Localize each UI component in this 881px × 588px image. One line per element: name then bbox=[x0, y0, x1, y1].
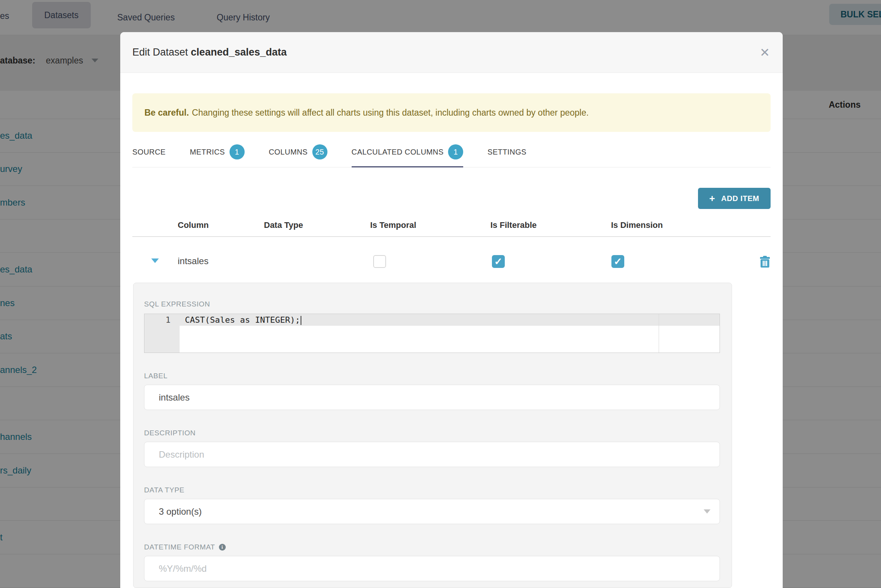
sql-expression-code: CAST(Sales as INTEGER); bbox=[185, 315, 300, 325]
calculated-columns-toolbar: + ADD ITEM bbox=[132, 188, 771, 209]
datetime-format-label-text: DATETIME FORMAT bbox=[144, 543, 215, 551]
warning-banner: Be careful. Changing these settings will… bbox=[132, 93, 771, 132]
tab-label: SETTINGS bbox=[487, 148, 526, 156]
column-name: intsales bbox=[178, 256, 208, 266]
calculated-columns-table-header: Column Data Type Is Temporal Is Filterab… bbox=[132, 209, 771, 237]
label-field-label: LABEL bbox=[144, 372, 719, 380]
label-input[interactable] bbox=[144, 385, 720, 410]
tab-settings[interactable]: SETTINGS bbox=[487, 144, 526, 167]
column-detail-panel: SQL EXPRESSION 1 CAST(Sales as INTEGER);… bbox=[133, 283, 732, 588]
tab-label: COLUMNS bbox=[269, 148, 308, 156]
modal-title-prefix: Edit Dataset bbox=[132, 46, 188, 58]
editor-code-line: CAST(Sales as INTEGER); bbox=[180, 314, 720, 325]
data-type-selected-value: 3 option(s) bbox=[159, 506, 202, 517]
tab-metrics[interactable]: METRICS 1 bbox=[190, 144, 245, 167]
datetime-format-field-label: DATETIME FORMAT i bbox=[144, 543, 719, 551]
editor-line-number: 1 bbox=[144, 314, 180, 353]
label-field: LABEL bbox=[144, 372, 719, 410]
column-header-is-dimension: Is Dimension bbox=[611, 220, 663, 230]
tab-label: CALCULATED COLUMNS bbox=[352, 148, 444, 156]
tab-columns[interactable]: COLUMNS 25 bbox=[269, 144, 327, 167]
collapse-caret-icon[interactable] bbox=[151, 258, 159, 263]
sql-expression-field: SQL EXPRESSION 1 CAST(Sales as INTEGER); bbox=[144, 300, 719, 353]
tab-label: METRICS bbox=[190, 148, 225, 156]
plus-icon: + bbox=[709, 193, 715, 204]
tab-source[interactable]: SOURCE bbox=[132, 144, 166, 167]
modal-tabs: SOURCE METRICS 1 COLUMNS 25 CALCULATED C… bbox=[132, 144, 771, 167]
close-icon[interactable]: ✕ bbox=[760, 32, 770, 73]
text-cursor bbox=[301, 316, 301, 325]
warning-banner-bold: Be careful. bbox=[144, 108, 189, 118]
warning-banner-text: Changing these settings will affect all … bbox=[192, 108, 589, 118]
column-header-data-type: Data Type bbox=[264, 220, 303, 230]
datetime-format-field: DATETIME FORMAT i bbox=[144, 543, 719, 581]
column-header-column: Column bbox=[178, 220, 209, 230]
datetime-format-input[interactable] bbox=[144, 556, 720, 581]
modal-title-dataset-name: cleaned_sales_data bbox=[191, 46, 287, 58]
column-header-is-temporal: Is Temporal bbox=[370, 220, 416, 230]
data-type-field: DATA TYPE 3 option(s) bbox=[144, 486, 719, 524]
is-filterable-checkbox[interactable]: ✓ bbox=[492, 255, 505, 268]
chevron-down-icon bbox=[704, 509, 710, 514]
sql-code-editor[interactable]: 1 CAST(Sales as INTEGER); bbox=[144, 314, 720, 353]
tab-count-badge: 25 bbox=[312, 144, 327, 159]
data-type-select[interactable]: 3 option(s) bbox=[144, 499, 720, 524]
tab-count-badge: 1 bbox=[230, 144, 245, 159]
tab-calculated-columns[interactable]: CALCULATED COLUMNS 1 bbox=[352, 144, 464, 167]
description-field-label: DESCRIPTION bbox=[144, 429, 719, 437]
is-temporal-checkbox[interactable] bbox=[373, 255, 386, 268]
tab-count-badge: 1 bbox=[448, 144, 463, 159]
modal-title: Edit Dataset cleaned_sales_data bbox=[132, 46, 287, 58]
data-type-field-label: DATA TYPE bbox=[144, 486, 719, 494]
modal-header: Edit Dataset cleaned_sales_data ✕ bbox=[120, 32, 783, 73]
calculated-column-row: intsales ✓ ✓ bbox=[132, 237, 771, 283]
add-item-label: ADD ITEM bbox=[721, 194, 759, 203]
editor-print-margin bbox=[659, 314, 659, 353]
description-input[interactable] bbox=[144, 442, 720, 467]
info-icon: i bbox=[219, 544, 226, 551]
column-header-is-filterable: Is Filterable bbox=[490, 220, 537, 230]
add-item-button[interactable]: + ADD ITEM bbox=[698, 188, 771, 209]
edit-dataset-modal: Edit Dataset cleaned_sales_data ✕ Be car… bbox=[120, 32, 783, 588]
modal-body: Be careful. Changing these settings will… bbox=[120, 93, 783, 588]
delete-trash-icon[interactable] bbox=[760, 256, 770, 269]
is-dimension-checkbox[interactable]: ✓ bbox=[611, 255, 624, 268]
sql-expression-label: SQL EXPRESSION bbox=[144, 300, 719, 308]
description-field: DESCRIPTION bbox=[144, 429, 719, 467]
editor-code-area[interactable]: CAST(Sales as INTEGER); bbox=[180, 314, 720, 353]
tab-label: SOURCE bbox=[132, 148, 166, 156]
